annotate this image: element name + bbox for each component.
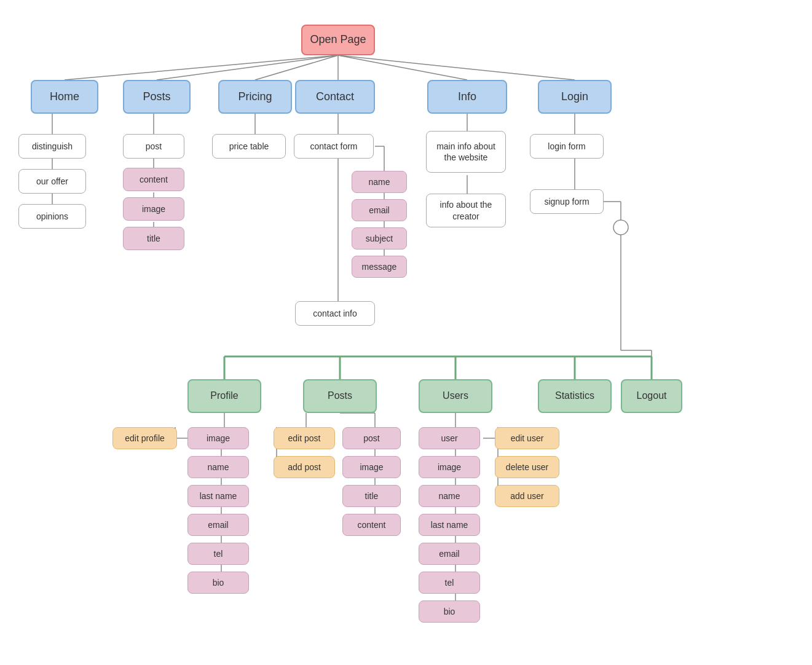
email-contact-node: email — [352, 199, 407, 221]
add-post-label: add post — [288, 462, 321, 473]
price-table-label: price table — [229, 141, 269, 152]
title-posts-node: title — [123, 227, 184, 250]
statistics-label: Statistics — [555, 390, 594, 403]
add-user-node: add user — [495, 485, 559, 507]
connector-svg — [0, 0, 812, 665]
statistics-node: Statistics — [538, 379, 612, 413]
post-admin-image-node: image — [342, 456, 401, 478]
post-admin-image-label: image — [360, 462, 383, 473]
user-lastname-node: last name — [419, 514, 480, 536]
svg-line-0 — [65, 55, 338, 80]
info-label: Info — [458, 90, 476, 104]
user-tel-node: tel — [419, 572, 480, 594]
profile-label: Profile — [210, 390, 238, 403]
svg-line-4 — [338, 55, 467, 80]
user-bio-node: bio — [419, 600, 480, 623]
root-label: Open Page — [310, 33, 366, 47]
user-image-node: image — [419, 456, 480, 478]
edit-profile-label: edit profile — [125, 433, 165, 444]
profile-email-node: email — [187, 514, 249, 536]
user-lastname-label: last name — [431, 519, 468, 530]
edit-user-node: edit user — [495, 427, 559, 449]
svg-point-29 — [613, 220, 628, 235]
edit-user-label: edit user — [511, 433, 544, 444]
login-form-label: login form — [548, 141, 585, 152]
svg-line-5 — [338, 55, 575, 80]
posts-node: Posts — [123, 80, 191, 114]
home-node: Home — [31, 80, 98, 114]
info-creator-node: info about the creator — [426, 194, 506, 227]
post-admin-child-node: post — [342, 427, 401, 449]
delete-user-label: delete user — [506, 462, 548, 473]
home-label: Home — [50, 90, 79, 104]
info-node: Info — [427, 80, 507, 114]
post-admin-title-label: title — [365, 490, 379, 502]
users-node: Users — [419, 379, 492, 413]
logout-label: Logout — [637, 390, 667, 403]
posts-admin-node: Posts — [303, 379, 377, 413]
profile-bio-label: bio — [213, 577, 224, 588]
post-child-label: post — [146, 141, 162, 152]
info-creator-label: info about the creator — [433, 199, 499, 221]
content-label: content — [140, 174, 168, 185]
profile-email-label: email — [208, 519, 228, 530]
title-posts-label: title — [147, 233, 160, 244]
user-email-label: email — [439, 548, 459, 559]
pricing-node: Pricing — [218, 80, 292, 114]
user-email-node: email — [419, 543, 480, 565]
our-offer-label: our offer — [36, 176, 68, 187]
login-form-node: login form — [530, 134, 604, 159]
login-node: Login — [538, 80, 612, 114]
profile-tel-label: tel — [214, 548, 223, 559]
login-label: Login — [561, 90, 588, 104]
profile-image-node: image — [187, 427, 249, 449]
user-bio-label: bio — [444, 606, 455, 617]
contact-label: Contact — [316, 90, 354, 104]
delete-user-node: delete user — [495, 456, 559, 478]
profile-bio-node: bio — [187, 572, 249, 594]
posts-admin-label: Posts — [328, 390, 352, 403]
svg-line-1 — [157, 55, 338, 80]
pricing-label: Pricing — [238, 90, 272, 104]
diagram-container: Open Page Home Posts Pricing Contact Inf… — [0, 0, 812, 665]
message-contact-node: message — [352, 256, 407, 278]
profile-name-node: name — [187, 456, 249, 478]
contact-form-node: contact form — [294, 134, 374, 159]
post-admin-child-label: post — [363, 433, 379, 444]
user-tel-label: tel — [445, 577, 454, 588]
email-contact-label: email — [369, 205, 389, 216]
root-node: Open Page — [301, 25, 375, 55]
add-post-node: add post — [274, 456, 335, 478]
svg-line-2 — [255, 55, 338, 80]
post-admin-content-node: content — [342, 514, 401, 536]
profile-tel-node: tel — [187, 543, 249, 565]
profile-lastname-label: last name — [200, 490, 237, 502]
posts-label: Posts — [143, 90, 170, 104]
opinions-node: opinions — [18, 204, 86, 229]
signup-form-label: signup form — [544, 196, 589, 207]
our-offer-node: our offer — [18, 169, 86, 194]
profile-name-label: name — [207, 462, 229, 473]
main-info-label: main info about the website — [433, 141, 499, 163]
logout-node: Logout — [621, 379, 682, 413]
name-contact-node: name — [352, 171, 407, 193]
edit-post-node: edit post — [274, 427, 335, 449]
subject-contact-label: subject — [366, 233, 393, 244]
user-child-node: user — [419, 427, 480, 449]
price-table-node: price table — [212, 134, 286, 159]
image-posts-label: image — [142, 203, 165, 214]
user-image-label: image — [438, 462, 461, 473]
post-child-node: post — [123, 134, 184, 159]
opinions-label: opinions — [36, 211, 68, 222]
signup-form-node: signup form — [530, 189, 604, 214]
content-node: content — [123, 168, 184, 191]
contact-node: Contact — [295, 80, 375, 114]
subject-contact-node: subject — [352, 227, 407, 250]
image-posts-node: image — [123, 197, 184, 221]
profile-node: Profile — [187, 379, 261, 413]
post-admin-title-node: title — [342, 485, 401, 507]
add-user-label: add user — [510, 490, 543, 502]
contact-form-label: contact form — [310, 141, 357, 152]
edit-post-label: edit post — [288, 433, 321, 444]
users-label: Users — [443, 390, 468, 403]
